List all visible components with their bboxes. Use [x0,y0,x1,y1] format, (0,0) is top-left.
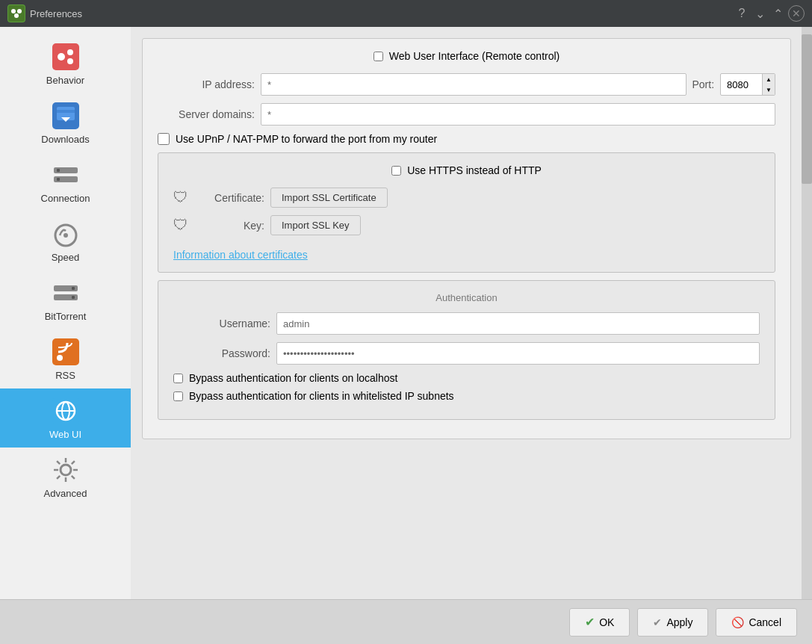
sidebar-item-speed[interactable]: Speed [0,211,131,270]
import-key-button[interactable]: Import SSL Key [270,215,361,235]
upnp-label: Use UPnP / NAT-PMP to forward the port f… [176,133,437,145]
https-label: Use HTTPS instead of HTTP [407,164,542,176]
port-wrapper: 8080 ▲ ▼ [720,73,775,96]
key-label: Key: [197,220,264,232]
username-input[interactable] [276,312,760,335]
sidebar-label-speed: Speed [52,252,80,263]
certificate-label: Certificate: [197,192,264,204]
app-logo [7,4,25,22]
sidebar-label-webui: Web UI [49,429,81,440]
certificate-row: 🛡 Certificate: Import SSL Certificate [173,188,760,208]
bypass-whitelist-label: Bypass authentication for clients in whi… [189,390,454,402]
cancel-button[interactable]: 🚫 Cancel [716,608,797,637]
key-row: 🛡 Key: Import SSL Key [173,215,760,235]
bittorrent-icon [51,278,81,308]
rss-icon [51,337,81,367]
sidebar-label-bittorrent: BitTorrent [45,311,87,322]
minimize-button[interactable]: ⌄ [752,6,767,21]
svg-rect-21 [72,296,75,299]
svg-rect-14 [57,169,60,172]
titlebar: Preferences ? ⌄ ⌃ ✕ [0,0,812,27]
sidebar-item-connection[interactable]: Connection [0,152,131,211]
password-label: Password: [173,347,270,359]
content-area: Behavior Downloads [0,27,812,599]
svg-point-2 [17,9,22,13]
apply-icon: ✔ [653,616,662,628]
webui-header: Web User Interface (Remote control) [158,50,775,62]
port-down-button[interactable]: ▼ [763,84,775,95]
password-row: Password: [173,342,760,365]
import-cert-button[interactable]: Import SSL Certificate [270,188,388,208]
svg-point-3 [14,13,19,18]
preferences-window: Preferences ? ⌄ ⌃ ✕ Behavior [0,0,812,644]
close-button[interactable]: ✕ [788,5,805,22]
bypass-whitelist-checkbox[interactable] [173,391,183,401]
cancel-label: Cancel [749,616,781,628]
sidebar: Behavior Downloads [0,27,131,599]
scrollable-content[interactable]: Web User Interface (Remote control) IP a… [131,27,812,599]
ip-input[interactable] [261,73,687,96]
port-up-button[interactable]: ▲ [763,74,775,84]
certificates-info-link[interactable]: Information about certificates [173,249,308,261]
sidebar-item-advanced[interactable]: Advanced [0,448,131,507]
svg-rect-20 [72,287,75,290]
https-checkbox[interactable] [391,166,401,176]
bypass-localhost-checkbox[interactable] [173,374,183,383]
webui-main-label: Web User Interface (Remote control) [389,50,560,62]
auth-title: Authentication [173,292,760,303]
svg-point-7 [67,58,73,64]
window-controls: ? ⌄ ⌃ ✕ [734,5,805,22]
key-icon: 🛡 [173,217,188,234]
webui-panel: Web User Interface (Remote control) IP a… [142,38,791,439]
apply-button[interactable]: ✔ Apply [637,608,708,637]
cert-icon: 🛡 [173,189,188,206]
sidebar-item-behavior[interactable]: Behavior [0,34,131,93]
bypass-whitelist-row: Bypass authentication for clients in whi… [173,390,760,402]
maximize-button[interactable]: ⌃ [770,6,785,21]
svg-rect-22 [52,338,79,365]
sidebar-item-webui[interactable]: Web UI [0,388,131,448]
server-domains-row: Server domains: [158,103,775,126]
advanced-icon [51,455,81,485]
scrollbar-track [802,27,812,599]
server-domains-input[interactable] [261,103,775,126]
main-content: Web User Interface (Remote control) IP a… [131,27,812,599]
upnp-checkbox[interactable] [158,133,170,145]
cancel-icon: 🚫 [731,616,744,628]
scrollbar-thumb[interactable] [802,34,812,184]
svg-rect-15 [57,178,60,181]
sidebar-item-downloads[interactable]: Downloads [0,93,131,152]
svg-point-1 [11,9,16,13]
webui-enabled-checkbox[interactable] [374,52,383,61]
https-section: Use HTTPS instead of HTTP 🛡 Certificate:… [158,152,775,273]
ok-button[interactable]: ✔ OK [569,608,630,637]
svg-point-23 [57,355,63,361]
sidebar-item-rss[interactable]: RSS [0,329,131,388]
speed-icon [51,219,81,249]
svg-rect-4 [52,43,79,70]
window-title: Preferences [30,8,82,19]
server-domains-label: Server domains: [158,108,255,120]
ip-label: IP address: [158,78,255,90]
webui-icon [51,396,81,426]
sidebar-item-bittorrent[interactable]: BitTorrent [0,270,131,329]
help-button[interactable]: ? [734,6,749,21]
downloads-icon [51,101,81,131]
bypass-localhost-label: Bypass authentication for clients on loc… [189,372,397,384]
password-input[interactable] [276,342,760,365]
username-label: Username: [173,318,270,329]
ok-icon: ✔ [585,615,595,629]
ok-label: OK [599,616,614,628]
port-arrows: ▲ ▼ [762,74,775,95]
sidebar-label-connection: Connection [41,193,90,204]
port-value: 8080 [721,76,762,93]
username-row: Username: [173,312,760,335]
behavior-icon [51,42,81,72]
apply-label: Apply [666,616,692,628]
footer: ✔ OK ✔ Apply 🚫 Cancel [0,599,812,644]
svg-point-28 [61,465,71,475]
titlebar-left: Preferences [7,4,82,22]
svg-rect-10 [57,110,75,113]
sidebar-label-rss: RSS [55,370,75,381]
auth-section: Authentication Username: Password: [158,280,775,420]
